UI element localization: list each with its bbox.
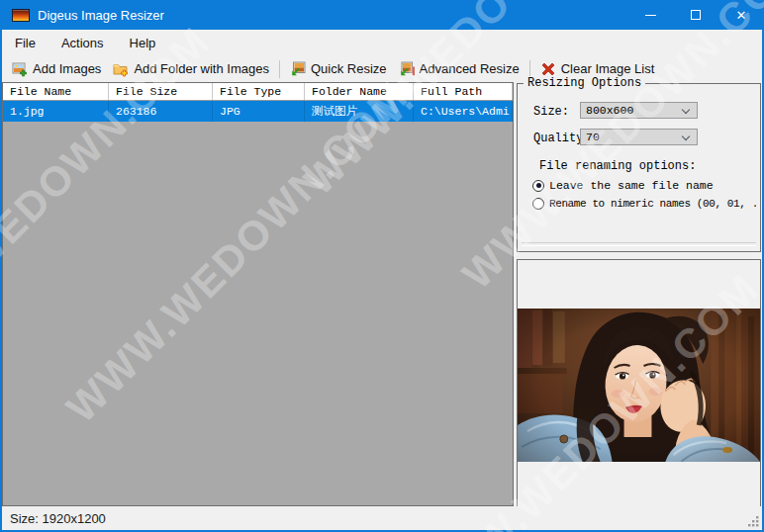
radio-leave-same-file-name[interactable]: Leave the same file name xyxy=(532,179,756,192)
menu-bar: File Actions Help xyxy=(2,30,762,55)
add-images-icon xyxy=(12,61,28,77)
quality-dropdown-value: 70 xyxy=(586,131,600,143)
quick-resize-icon xyxy=(290,61,306,77)
cell-file-type: JPG xyxy=(213,101,305,122)
table-row[interactable]: 1.jpg 263186 JPG 测试图片 C:\Users\Admi... xyxy=(3,101,513,122)
radio-selected-icon xyxy=(532,180,544,192)
toolbar-separator xyxy=(529,60,530,78)
add-folder-with-images-button[interactable]: Add Folder with Images xyxy=(107,58,275,80)
toolbar-button-label: Clear Image List xyxy=(561,61,655,76)
quick-resize-button[interactable]: Quick Resize xyxy=(284,58,393,80)
group-title: Resizing Options xyxy=(524,76,645,90)
toolbar-button-label: Advanced Resize xyxy=(420,61,520,76)
file-renaming-options-label: File renaming options: xyxy=(539,159,696,173)
cell-folder-name: 测试图片 xyxy=(305,101,414,122)
add-images-button[interactable]: Add Images xyxy=(6,58,107,80)
toolbar-button-label: Add Folder with Images xyxy=(134,61,269,76)
resizing-options-group: Resizing Options Size: 800x600 Quality: … xyxy=(517,83,761,252)
close-button[interactable]: ✕ xyxy=(718,0,764,30)
file-list-table: File Name File Size File Type Folder Nam… xyxy=(2,82,514,506)
minimize-button[interactable] xyxy=(627,0,673,30)
cell-full-path: C:\Users\Admi... xyxy=(414,101,513,122)
preview-panel xyxy=(517,259,761,507)
maximize-button[interactable] xyxy=(673,0,718,30)
window-border xyxy=(0,0,2,532)
add-folder-icon xyxy=(113,61,129,77)
advanced-resize-button[interactable]: Advanced Resize xyxy=(393,58,525,80)
column-header-full-path[interactable]: Full Path xyxy=(414,83,513,100)
close-icon: ✕ xyxy=(736,9,747,22)
clear-image-list-icon xyxy=(540,61,556,77)
column-header-file-size[interactable]: File Size xyxy=(109,83,213,100)
column-header-folder-name[interactable]: Folder Name xyxy=(305,83,414,100)
menu-help[interactable]: Help xyxy=(117,32,169,54)
app-window: Digeus Image Resizer ✕ File Actions Help… xyxy=(0,0,764,532)
window-controls: ✕ xyxy=(627,0,764,30)
quality-dropdown[interactable]: 70 xyxy=(580,129,698,145)
advanced-resize-icon xyxy=(399,61,415,77)
cell-file-name: 1.jpg xyxy=(3,101,109,122)
app-icon xyxy=(12,9,30,22)
size-label: Size: xyxy=(533,105,569,119)
window-title: Digeus Image Resizer xyxy=(38,8,164,23)
chevron-down-icon xyxy=(682,133,690,140)
toolbar-button-label: Quick Resize xyxy=(311,61,387,76)
size-dropdown-value: 800x600 xyxy=(586,104,633,117)
preview-image xyxy=(518,309,760,462)
resize-grip[interactable] xyxy=(748,516,759,527)
maximize-icon xyxy=(691,10,701,20)
radio-label: Rename to nimeric names (00, 01, ... xyxy=(549,198,756,210)
toolbar-separator xyxy=(279,60,280,78)
chevron-down-icon xyxy=(682,106,690,114)
column-header-file-type[interactable]: File Type xyxy=(213,83,305,100)
table-header: File Name File Size File Type Folder Nam… xyxy=(3,83,513,101)
menu-file[interactable]: File xyxy=(2,32,48,54)
minimize-icon xyxy=(645,15,656,16)
title-bar: Digeus Image Resizer ✕ xyxy=(0,0,764,30)
radio-label: Leave the same file name xyxy=(549,179,714,192)
radio-rename-to-numeric[interactable]: Rename to nimeric names (00, 01, ... xyxy=(532,198,756,210)
toolbar-button-label: Add Images xyxy=(33,61,101,76)
menu-actions[interactable]: Actions xyxy=(48,32,117,54)
radio-unselected-icon xyxy=(532,198,544,210)
cell-file-size: 263186 xyxy=(109,101,213,122)
toolbar: Add Images Add Folder with Images Quick … xyxy=(2,55,762,82)
column-header-file-name[interactable]: File Name xyxy=(3,83,109,100)
status-bar: Size: 1920x1200 xyxy=(2,506,762,530)
status-size-text: Size: 1920x1200 xyxy=(10,511,106,526)
size-dropdown[interactable]: 800x600 xyxy=(580,102,698,119)
